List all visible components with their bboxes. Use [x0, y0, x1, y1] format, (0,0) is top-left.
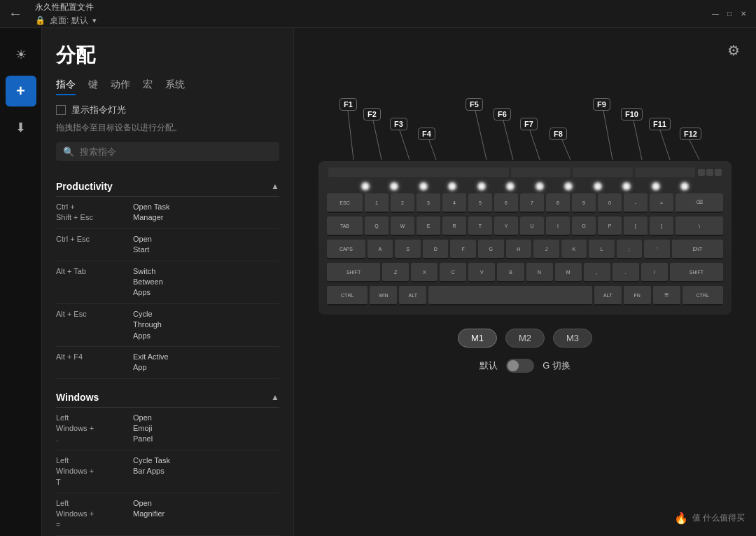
category-label: Windows — [56, 392, 99, 403]
key-w[interactable]: W — [391, 217, 414, 236]
key-x[interactable]: X — [411, 263, 438, 282]
key-l[interactable]: L — [589, 240, 615, 259]
key-ralt[interactable]: ALT — [594, 286, 622, 305]
key-bracket-r[interactable]: ] — [650, 217, 673, 236]
key-rctrl[interactable]: CTRL — [682, 286, 723, 305]
key-period[interactable]: . — [612, 263, 639, 282]
key-equals[interactable]: = — [650, 193, 673, 213]
key-quote[interactable]: ' — [644, 240, 670, 259]
key-0[interactable]: 0 — [598, 193, 622, 213]
sidebar-item-brightness[interactable]: ☀ — [6, 39, 36, 70]
search-bar[interactable]: 🔍 — [56, 142, 279, 161]
list-item[interactable]: Alt + Tab SwitchBetweenApps — [56, 261, 279, 304]
key-d[interactable]: D — [423, 240, 449, 259]
key-lwin[interactable]: WIN — [370, 286, 397, 305]
key-lshift[interactable]: SHIFT — [327, 263, 380, 282]
key-comma[interactable]: , — [584, 263, 610, 282]
command-description: SwitchBetweenApps — [133, 266, 279, 298]
key-semicolon[interactable]: ; — [617, 240, 643, 259]
tab-system[interactable]: 系统 — [165, 78, 185, 95]
key-i[interactable]: I — [546, 217, 570, 236]
list-item[interactable]: Ctrl +Shift + Esc Open TaskManager — [56, 197, 279, 229]
gear-icon[interactable]: ⚙ — [722, 39, 745, 62]
profile-row[interactable]: 🔒 桌面: 默认 ▾ — [35, 15, 97, 27]
key-1[interactable]: 1 — [365, 193, 388, 213]
key-enter[interactable]: ENT — [672, 240, 723, 259]
key-g[interactable]: G — [478, 240, 504, 259]
key-o[interactable]: O — [572, 217, 596, 236]
tab-commands[interactable]: 指令 — [56, 78, 76, 95]
close-button[interactable]: ✕ — [739, 10, 748, 18]
key-n[interactable]: N — [526, 263, 553, 282]
key-z[interactable]: Z — [382, 263, 409, 282]
m1-button[interactable]: M1 — [458, 329, 497, 348]
key-caps[interactable]: CAPS — [327, 240, 365, 259]
tab-keys[interactable]: 键 — [88, 78, 98, 95]
key-u[interactable]: U — [520, 217, 544, 236]
sidebar-item-assign[interactable]: + — [6, 76, 36, 106]
m2-button[interactable]: M2 — [505, 329, 545, 348]
minimize-button[interactable]: — — [711, 10, 720, 18]
key-8[interactable]: 8 — [546, 193, 570, 213]
app-title: 永久性配置文件 🔒 桌面: 默认 ▾ — [35, 1, 97, 27]
key-a[interactable]: A — [368, 240, 393, 259]
shortcut-label: Alt + F4 — [56, 352, 133, 362]
key-6[interactable]: 6 — [494, 193, 518, 213]
key-f[interactable]: F — [450, 240, 476, 259]
key-p[interactable]: P — [598, 217, 622, 236]
key-3[interactable]: 3 — [416, 193, 440, 213]
category-productivity[interactable]: Productivity ▲ — [56, 174, 279, 197]
maximize-button[interactable]: □ — [725, 10, 734, 18]
key-menu[interactable]: ☰ — [653, 286, 680, 305]
key-q[interactable]: Q — [365, 217, 388, 236]
sidebar-item-download[interactable]: ⬇ — [6, 112, 36, 143]
key-space[interactable] — [428, 286, 592, 305]
key-4[interactable]: 4 — [442, 193, 466, 213]
back-arrow[interactable]: ← — [8, 6, 22, 22]
key-j[interactable]: J — [533, 240, 559, 259]
list-item[interactable]: LeftWindows +. OpenEmojiPanel — [56, 408, 279, 451]
search-input[interactable] — [80, 146, 272, 157]
toggle-g-label: G 切换 — [542, 359, 570, 372]
key-tab[interactable]: TAB — [327, 217, 363, 236]
key-s[interactable]: S — [395, 240, 421, 259]
key-k[interactable]: K — [561, 240, 587, 259]
key-7[interactable]: 7 — [520, 193, 544, 213]
category-label: Productivity — [56, 181, 113, 192]
key-rshift[interactable]: SHIFT — [670, 263, 723, 282]
key-slash[interactable]: / — [641, 263, 668, 282]
list-item[interactable]: LeftWindows +T Cycle TaskBar Apps — [56, 451, 279, 493]
key-minus[interactable]: - — [624, 193, 648, 213]
key-2[interactable]: 2 — [391, 193, 414, 213]
toggle-switch[interactable] — [506, 359, 534, 373]
category-windows[interactable]: Windows ▲ — [56, 385, 279, 408]
key-e[interactable]: E — [416, 217, 440, 236]
key-backslash[interactable]: \ — [676, 217, 723, 236]
key-b[interactable]: B — [497, 263, 524, 282]
key-c[interactable]: C — [440, 263, 466, 282]
key-backspace[interactable]: ⌫ — [676, 193, 723, 213]
list-item[interactable]: Ctrl + Esc OpenStart — [56, 229, 279, 261]
key-m[interactable]: M — [555, 263, 582, 282]
key-y[interactable]: Y — [494, 217, 518, 236]
key-lalt[interactable]: ALT — [399, 286, 426, 305]
list-item[interactable]: LeftWindows += OpenMagnifier — [56, 493, 279, 536]
key-5[interactable]: 5 — [468, 193, 492, 213]
key-r[interactable]: R — [442, 217, 466, 236]
indicator-light-checkbox[interactable] — [56, 105, 66, 115]
key-v[interactable]: V — [468, 263, 495, 282]
key-9[interactable]: 9 — [572, 193, 596, 213]
list-item[interactable]: Alt + Esc CycleThroughApps — [56, 304, 279, 347]
led-7 — [536, 183, 543, 190]
key-bracket-l[interactable]: [ — [624, 217, 648, 236]
key-t[interactable]: T — [468, 217, 492, 236]
tab-actions[interactable]: 动作 — [111, 78, 130, 95]
key-esc[interactable]: ESC — [327, 193, 363, 213]
list-item[interactable]: Alt + F4 Exit ActiveApp — [56, 347, 279, 379]
key-lctrl[interactable]: CTRL — [327, 286, 368, 305]
led-12 — [681, 183, 688, 190]
m3-button[interactable]: M3 — [553, 329, 592, 348]
key-h[interactable]: H — [506, 240, 532, 259]
key-fn[interactable]: FN — [624, 286, 651, 305]
tab-macro[interactable]: 宏 — [143, 78, 153, 95]
